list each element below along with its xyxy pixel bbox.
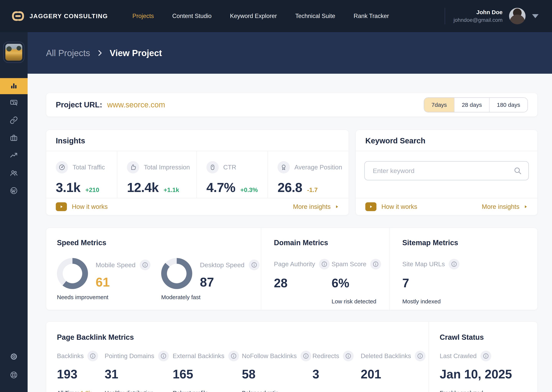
stat-pointing-domains: Pointing Domains 31 Healthy distribution (105, 351, 173, 392)
sidebar-item-settings[interactable] (10, 351, 18, 363)
info-icon[interactable] (87, 351, 98, 361)
stat-last-crawled: Last Crawled Jan 10, 2025 Freshly analyz… (440, 351, 512, 392)
gauge-caption: Moderately fast (161, 294, 260, 301)
sidebar-item-dashboard[interactable] (0, 78, 28, 94)
top-navigation-bar: JAGGERY CONSULTING Projects Content Stud… (0, 0, 552, 32)
sidebar-item-wordpress[interactable] (0, 182, 28, 200)
user-menu[interactable]: John Doe johndoe@gmail.com (445, 8, 538, 24)
stat-nofollow-backlinks: NoFollow Backlinks 58 Balanced ratio (242, 351, 312, 392)
gauge-value: 61 (96, 275, 153, 289)
insights-footer: How it works More insights (46, 198, 349, 215)
keyword-search-body (356, 151, 537, 198)
project-thumbnail-image (5, 44, 22, 61)
sidebar-item-help[interactable] (10, 369, 18, 381)
brand-name: JAGGERY CONSULTING (29, 13, 108, 20)
how-it-works-label: How it works (72, 203, 108, 210)
stat-label: Page Authority (274, 260, 315, 268)
range-chip-180days[interactable]: 180 days (489, 98, 527, 112)
nav-item-technical-suite[interactable]: Technical Suite (295, 13, 335, 20)
sidebar-item-backlinks[interactable] (0, 112, 28, 129)
info-icon[interactable] (343, 351, 354, 361)
metric-average-position: Average Position 26.8 -1.7 (268, 151, 349, 198)
stat-value: 58 (242, 367, 312, 381)
project-url: Project URL: www.seorce.com (56, 100, 165, 109)
stat-caption: Robust profile (173, 390, 242, 392)
info-icon[interactable] (228, 351, 239, 361)
nav-item-rank-tracker[interactable]: Rank Tracker (354, 13, 389, 20)
project-thumbnail[interactable] (3, 42, 24, 63)
project-url-label: Project URL: (56, 100, 102, 109)
stat-deleted-backlinks: Deleted Backlinks 201 (361, 351, 418, 392)
keyword-search-input[interactable] (364, 161, 529, 180)
stat-value: 28 (274, 276, 332, 290)
stat-caption: Low risk detected (332, 298, 389, 305)
range-chip-7days[interactable]: 7days (424, 98, 454, 112)
metric-value: 4.7% (206, 180, 235, 195)
chevron-down-icon[interactable] (532, 14, 538, 18)
metric-total-traffic: Total Traffic 3.1k +210 (46, 151, 117, 198)
stat-value: 31 (105, 367, 173, 381)
breadcrumb-all-projects[interactable]: All Projects (46, 48, 90, 58)
info-icon[interactable] (449, 259, 459, 269)
range-chip-28days[interactable]: 28 days (454, 98, 489, 112)
project-url-card: Project URL: www.seorce.com 7days 28 day… (46, 93, 538, 117)
how-it-works-link[interactable]: How it works (56, 202, 108, 211)
site-audit-search-icon (10, 98, 18, 107)
users-icon (10, 169, 18, 178)
caption-prefix: All Time: (57, 390, 80, 392)
insights-title: Insights (46, 130, 349, 151)
gauge-label: Desktop Speed (200, 261, 245, 269)
sidebar-item-projects[interactable] (0, 129, 28, 147)
sidebar-item-site-audit[interactable] (0, 94, 28, 112)
info-icon[interactable] (140, 259, 151, 270)
gauge-icon (56, 161, 68, 173)
how-it-works-link[interactable]: How it works (365, 202, 417, 211)
sidebar-item-team[interactable] (0, 165, 28, 182)
nav-item-projects[interactable]: Projects (132, 13, 154, 20)
info-icon[interactable] (301, 351, 311, 361)
stat-sitemap-urls: Site Map URLs 7 Mostly indexed (402, 259, 463, 305)
info-icon[interactable] (249, 259, 260, 270)
keyword-search-card: Keyword Search (356, 130, 538, 215)
info-icon[interactable] (480, 351, 491, 361)
search-icon[interactable] (513, 166, 522, 176)
lifebuoy-icon (10, 371, 18, 380)
stat-label: Site Map URLs (402, 260, 445, 268)
briefcase-icon (10, 134, 18, 143)
stat-label: External Backlinks (173, 352, 225, 360)
metric-label: Total Impression (144, 164, 190, 171)
metric-total-impression: Total Impression 12.4k +1.1k (117, 151, 196, 198)
sidebar-item-rank-tracking[interactable] (0, 147, 28, 165)
sidebar (0, 32, 28, 392)
metric-delta: -1.7 (307, 186, 318, 194)
stat-external-backlinks: External Backlinks 165 Robust profile (173, 351, 242, 392)
info-icon[interactable] (370, 259, 381, 269)
avatar[interactable] (509, 8, 526, 24)
stat-caption (274, 298, 332, 305)
stat-label: Backlinks (57, 352, 84, 360)
thumbs-up-icon (127, 161, 139, 173)
more-insights-link[interactable]: More insights (293, 203, 339, 210)
backlink-metrics-card: Page Backlink Metrics Backlinks 193 (46, 322, 538, 392)
stat-caption (361, 390, 418, 392)
stat-page-authority: Page Authority 28 (274, 259, 332, 305)
nav-item-content-studio[interactable]: Content Studio (172, 13, 212, 20)
info-icon[interactable] (158, 351, 169, 361)
mobile-speed-donut (57, 258, 88, 289)
metric-value: 3.1k (56, 180, 80, 195)
more-insights-link[interactable]: More insights (482, 203, 528, 210)
project-url-link[interactable]: www.seorce.com (107, 100, 165, 109)
speed-metrics-title: Speed Metrics (57, 239, 261, 247)
stat-spam-score: Spam Score 6% Low risk detected (332, 259, 389, 305)
brand[interactable]: JAGGERY CONSULTING (12, 10, 108, 23)
nav-item-keyword-explorer[interactable]: Keyword Explorer (230, 13, 277, 20)
crawl-status-section: Crawl Status Last Crawled Jan 10, 2025 (429, 322, 537, 392)
info-icon[interactable] (319, 259, 330, 269)
sidebar-menu (0, 78, 28, 200)
stat-value: Jan 10, 2025 (440, 367, 512, 381)
stat-label: NoFollow Backlinks (242, 352, 297, 360)
link-icon (10, 116, 18, 125)
user-email: johndoe@gmail.com (453, 17, 502, 23)
info-icon[interactable] (415, 351, 426, 361)
metric-value: 26.8 (277, 180, 302, 195)
